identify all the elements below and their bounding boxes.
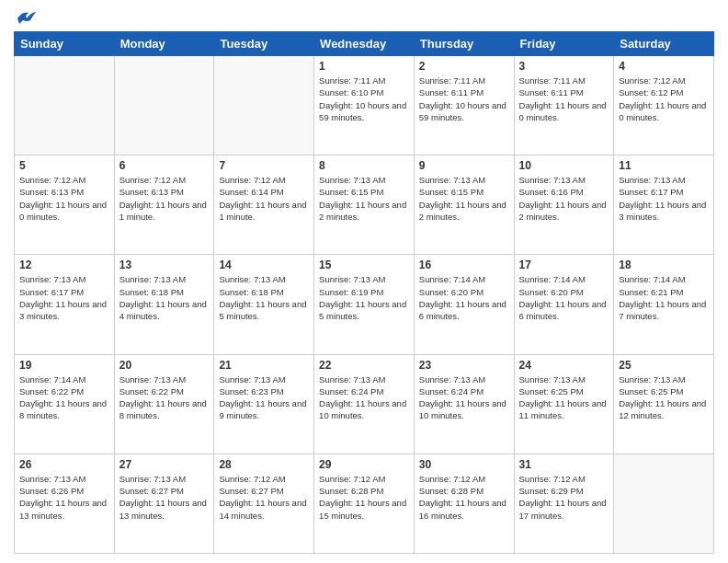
calendar-week-row: 1Sunrise: 7:11 AM Sunset: 6:10 PM Daylig… bbox=[15, 56, 714, 155]
cell-details: Sunrise: 7:13 AM Sunset: 6:23 PM Dayligh… bbox=[219, 373, 309, 422]
logo-bird-icon bbox=[16, 9, 36, 26]
calendar-cell: 8Sunrise: 7:13 AM Sunset: 6:15 PM Daylig… bbox=[314, 155, 415, 255]
day-number: 23 bbox=[419, 359, 509, 372]
day-number: 5 bbox=[19, 159, 109, 172]
cell-details: Sunrise: 7:13 AM Sunset: 6:24 PM Dayligh… bbox=[419, 373, 509, 422]
day-number: 3 bbox=[519, 60, 609, 73]
calendar-cell: 18Sunrise: 7:14 AM Sunset: 6:21 PM Dayli… bbox=[614, 255, 714, 354]
weekday-header-thursday: Thursday bbox=[414, 32, 514, 56]
calendar-week-row: 12Sunrise: 7:13 AM Sunset: 6:17 PM Dayli… bbox=[15, 255, 714, 354]
day-number: 19 bbox=[19, 359, 109, 372]
calendar-cell: 24Sunrise: 7:13 AM Sunset: 6:25 PM Dayli… bbox=[514, 354, 614, 454]
weekday-header-friday: Friday bbox=[514, 32, 614, 56]
calendar-cell: 17Sunrise: 7:14 AM Sunset: 6:20 PM Dayli… bbox=[514, 255, 614, 354]
cell-details: Sunrise: 7:13 AM Sunset: 6:17 PM Dayligh… bbox=[619, 174, 709, 223]
calendar-cell: 12Sunrise: 7:13 AM Sunset: 6:17 PM Dayli… bbox=[15, 255, 115, 354]
cell-details: Sunrise: 7:12 AM Sunset: 6:29 PM Dayligh… bbox=[519, 473, 609, 522]
day-number: 18 bbox=[619, 259, 709, 271]
day-number: 27 bbox=[119, 458, 210, 471]
weekday-header-row: SundayMondayTuesdayWednesdayThursdayFrid… bbox=[15, 32, 714, 56]
day-number: 24 bbox=[519, 359, 609, 372]
cell-details: Sunrise: 7:12 AM Sunset: 6:28 PM Dayligh… bbox=[319, 473, 409, 522]
calendar-cell: 9Sunrise: 7:13 AM Sunset: 6:15 PM Daylig… bbox=[414, 155, 514, 255]
calendar-cell: 23Sunrise: 7:13 AM Sunset: 6:24 PM Dayli… bbox=[414, 354, 514, 454]
cell-details: Sunrise: 7:13 AM Sunset: 6:27 PM Dayligh… bbox=[119, 473, 210, 522]
cell-details: Sunrise: 7:11 AM Sunset: 6:10 PM Dayligh… bbox=[319, 75, 409, 123]
cell-details: Sunrise: 7:13 AM Sunset: 6:25 PM Dayligh… bbox=[519, 373, 609, 422]
calendar-cell: 22Sunrise: 7:13 AM Sunset: 6:24 PM Dayli… bbox=[314, 354, 415, 454]
calendar-cell: 25Sunrise: 7:13 AM Sunset: 6:25 PM Dayli… bbox=[614, 354, 714, 454]
weekday-header-wednesday: Wednesday bbox=[314, 32, 415, 56]
cell-details: Sunrise: 7:12 AM Sunset: 6:13 PM Dayligh… bbox=[119, 174, 210, 223]
cell-details: Sunrise: 7:13 AM Sunset: 6:18 PM Dayligh… bbox=[119, 273, 210, 322]
day-number: 10 bbox=[519, 159, 609, 172]
calendar-cell: 27Sunrise: 7:13 AM Sunset: 6:27 PM Dayli… bbox=[114, 454, 214, 553]
day-number: 9 bbox=[419, 159, 509, 172]
calendar-cell: 2Sunrise: 7:11 AM Sunset: 6:11 PM Daylig… bbox=[414, 56, 514, 155]
calendar-cell: 26Sunrise: 7:13 AM Sunset: 6:26 PM Dayli… bbox=[15, 454, 115, 553]
calendar-cell bbox=[214, 56, 314, 155]
calendar-cell: 4Sunrise: 7:12 AM Sunset: 6:12 PM Daylig… bbox=[614, 56, 714, 155]
cell-details: Sunrise: 7:13 AM Sunset: 6:17 PM Dayligh… bbox=[19, 273, 109, 322]
cell-details: Sunrise: 7:12 AM Sunset: 6:27 PM Dayligh… bbox=[219, 473, 309, 522]
calendar-week-row: 26Sunrise: 7:13 AM Sunset: 6:26 PM Dayli… bbox=[15, 454, 714, 553]
calendar-cell: 29Sunrise: 7:12 AM Sunset: 6:28 PM Dayli… bbox=[314, 454, 415, 553]
day-number: 14 bbox=[219, 259, 309, 271]
calendar-cell: 13Sunrise: 7:13 AM Sunset: 6:18 PM Dayli… bbox=[114, 255, 214, 354]
calendar-cell bbox=[15, 56, 115, 155]
calendar-cell: 30Sunrise: 7:12 AM Sunset: 6:28 PM Dayli… bbox=[414, 454, 514, 553]
day-number: 28 bbox=[219, 458, 309, 471]
calendar-cell: 20Sunrise: 7:13 AM Sunset: 6:22 PM Dayli… bbox=[114, 354, 214, 454]
cell-details: Sunrise: 7:12 AM Sunset: 6:28 PM Dayligh… bbox=[419, 473, 509, 522]
weekday-header-saturday: Saturday bbox=[614, 32, 714, 56]
cell-details: Sunrise: 7:13 AM Sunset: 6:25 PM Dayligh… bbox=[619, 373, 709, 422]
calendar-cell: 21Sunrise: 7:13 AM Sunset: 6:23 PM Dayli… bbox=[214, 354, 314, 454]
logo bbox=[14, 9, 36, 24]
calendar-cell: 14Sunrise: 7:13 AM Sunset: 6:18 PM Dayli… bbox=[214, 255, 314, 354]
day-number: 15 bbox=[319, 259, 409, 271]
calendar-cell: 15Sunrise: 7:13 AM Sunset: 6:19 PM Dayli… bbox=[314, 255, 415, 354]
calendar-table: SundayMondayTuesdayWednesdayThursdayFrid… bbox=[14, 31, 714, 554]
calendar-cell: 7Sunrise: 7:12 AM Sunset: 6:14 PM Daylig… bbox=[214, 155, 314, 255]
calendar-cell: 5Sunrise: 7:12 AM Sunset: 6:13 PM Daylig… bbox=[15, 155, 115, 255]
day-number: 26 bbox=[19, 458, 109, 471]
cell-details: Sunrise: 7:12 AM Sunset: 6:13 PM Dayligh… bbox=[19, 174, 109, 223]
cell-details: Sunrise: 7:12 AM Sunset: 6:14 PM Dayligh… bbox=[219, 174, 309, 223]
cell-details: Sunrise: 7:12 AM Sunset: 6:12 PM Dayligh… bbox=[619, 75, 709, 123]
day-number: 17 bbox=[519, 259, 609, 271]
calendar-cell: 1Sunrise: 7:11 AM Sunset: 6:10 PM Daylig… bbox=[314, 56, 415, 155]
calendar-cell: 3Sunrise: 7:11 AM Sunset: 6:11 PM Daylig… bbox=[514, 56, 614, 155]
calendar-cell: 6Sunrise: 7:12 AM Sunset: 6:13 PM Daylig… bbox=[114, 155, 214, 255]
calendar-cell: 16Sunrise: 7:14 AM Sunset: 6:20 PM Dayli… bbox=[414, 255, 514, 354]
calendar-cell: 28Sunrise: 7:12 AM Sunset: 6:27 PM Dayli… bbox=[214, 454, 314, 553]
day-number: 12 bbox=[19, 259, 109, 271]
page: SundayMondayTuesdayWednesdayThursdayFrid… bbox=[0, 0, 728, 563]
day-number: 20 bbox=[119, 359, 210, 372]
cell-details: Sunrise: 7:14 AM Sunset: 6:20 PM Dayligh… bbox=[519, 273, 609, 322]
calendar-week-row: 5Sunrise: 7:12 AM Sunset: 6:13 PM Daylig… bbox=[15, 155, 714, 255]
weekday-header-monday: Monday bbox=[114, 32, 214, 56]
calendar-cell: 10Sunrise: 7:13 AM Sunset: 6:16 PM Dayli… bbox=[514, 155, 614, 255]
weekday-header-sunday: Sunday bbox=[15, 32, 115, 56]
day-number: 2 bbox=[419, 60, 509, 73]
day-number: 31 bbox=[519, 458, 609, 471]
cell-details: Sunrise: 7:11 AM Sunset: 6:11 PM Dayligh… bbox=[519, 75, 609, 123]
day-number: 6 bbox=[119, 159, 210, 172]
day-number: 11 bbox=[619, 159, 709, 172]
calendar-week-row: 19Sunrise: 7:14 AM Sunset: 6:22 PM Dayli… bbox=[15, 354, 714, 454]
cell-details: Sunrise: 7:11 AM Sunset: 6:11 PM Dayligh… bbox=[419, 75, 509, 123]
calendar-cell: 11Sunrise: 7:13 AM Sunset: 6:17 PM Dayli… bbox=[614, 155, 714, 255]
day-number: 25 bbox=[619, 359, 709, 372]
day-number: 29 bbox=[319, 458, 409, 471]
cell-details: Sunrise: 7:13 AM Sunset: 6:24 PM Dayligh… bbox=[319, 373, 409, 422]
weekday-header-tuesday: Tuesday bbox=[214, 32, 314, 56]
day-number: 30 bbox=[419, 458, 509, 471]
calendar-cell bbox=[614, 454, 714, 553]
day-number: 16 bbox=[419, 259, 509, 271]
header bbox=[14, 9, 714, 24]
cell-details: Sunrise: 7:14 AM Sunset: 6:22 PM Dayligh… bbox=[19, 373, 109, 422]
cell-details: Sunrise: 7:13 AM Sunset: 6:15 PM Dayligh… bbox=[319, 174, 409, 223]
cell-details: Sunrise: 7:14 AM Sunset: 6:21 PM Dayligh… bbox=[619, 273, 709, 322]
cell-details: Sunrise: 7:13 AM Sunset: 6:16 PM Dayligh… bbox=[519, 174, 609, 223]
day-number: 7 bbox=[219, 159, 309, 172]
